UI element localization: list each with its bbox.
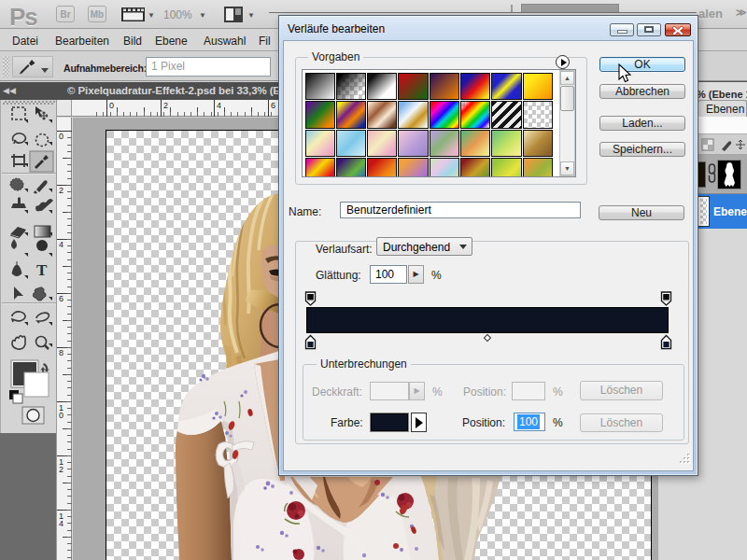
svg-text:T: T [36,261,48,279]
